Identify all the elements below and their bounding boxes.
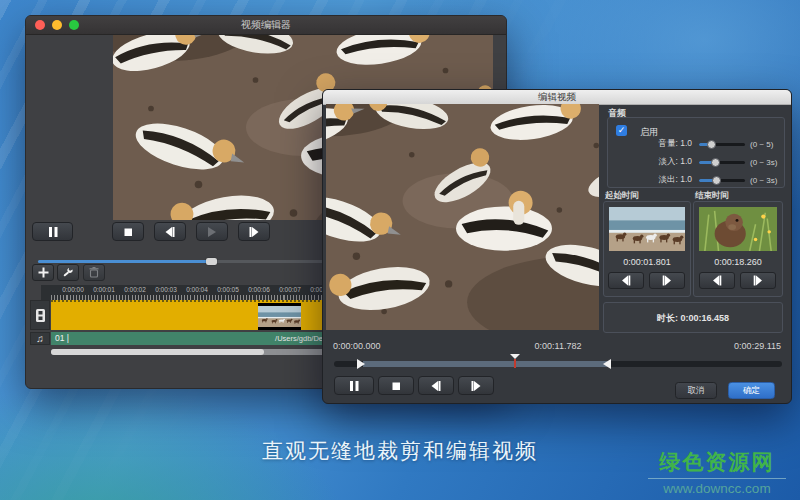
video-clip-thumbnail (258, 303, 301, 330)
volume-slider-handle[interactable] (707, 140, 716, 149)
trash-icon (89, 267, 99, 278)
volume-range: (0 ~ 5) (750, 140, 773, 149)
trim-range-bar[interactable] (334, 361, 782, 367)
wrench-icon (62, 267, 74, 279)
plus-icon (38, 267, 49, 278)
ruler-label: 0:00:04 (186, 286, 208, 293)
enable-audio-checkbox[interactable]: ✓ (616, 125, 627, 136)
trim-end-handle[interactable] (603, 359, 611, 369)
fade-out-label: 淡出: 1.0 (626, 174, 692, 186)
gannets-video-frame-zoomed (326, 104, 599, 330)
ruler-label: 0:00:06 (248, 286, 270, 293)
filmstrip-icon (36, 309, 45, 322)
back-window-title: 视频编辑器 (26, 18, 506, 32)
pause-icon (46, 226, 60, 238)
add-clip-button[interactable] (32, 264, 54, 281)
watermark-site-name: 绿色资源网 (642, 448, 792, 476)
ruler-label: 0:00:03 (155, 286, 177, 293)
step-back-button[interactable] (154, 222, 186, 241)
dialog-pause-button[interactable] (334, 376, 374, 395)
duration-value: 时长: 0:00:16.458 (604, 312, 782, 325)
volume-slider[interactable] (699, 143, 745, 146)
horses-thumbnail (258, 306, 301, 327)
timeline-end-time: 0:00:29.115 (734, 341, 781, 351)
audio-clip-path: /Users/gdb/De (241, 334, 323, 343)
video-track-header (30, 300, 50, 330)
step-back-icon (620, 275, 632, 286)
volume-row: 音量: 1.0 (0 ~ 5) (626, 137, 778, 151)
audio-settings-box: ✓ 启用 音量: 1.0 (0 ~ 5) 淡入: 1.0 (0 ~ 3s) (607, 117, 785, 188)
duration-box: 时长: 0:00:16.458 (603, 302, 783, 333)
delete-clip-button[interactable] (83, 264, 105, 281)
watermark-divider (648, 478, 786, 479)
cancel-button[interactable]: 取消 (675, 382, 717, 399)
step-back-icon (429, 380, 443, 392)
end-frame-thumbnail (699, 207, 777, 251)
horses-start-frame (609, 207, 685, 251)
dialog-stop-button[interactable] (378, 376, 414, 395)
music-note-icon: ♫ (36, 333, 44, 344)
step-back-icon (163, 226, 177, 238)
timeline-start-time: 0:00:00.000 (333, 341, 381, 351)
seek-handle[interactable] (206, 258, 217, 265)
ok-button[interactable]: 确定 (728, 382, 775, 399)
check-icon: ✓ (618, 125, 626, 135)
step-forward-icon (247, 226, 261, 238)
fade-out-slider[interactable] (699, 179, 745, 182)
step-forward-icon (752, 275, 764, 286)
desktop-background: 视频编辑器 (0, 0, 800, 500)
trim-start-handle[interactable] (357, 359, 365, 369)
ruler-label: 0:00:02 (124, 286, 146, 293)
step-back-icon (711, 275, 723, 286)
fade-in-range: (0 ~ 3s) (750, 158, 777, 167)
ruler-label: 0:00:00 (62, 286, 84, 293)
pause-icon (347, 380, 361, 392)
start-time-value: 0:00:01.801 (604, 257, 690, 267)
audio-track-header: ♫ (30, 332, 50, 345)
tools-button[interactable] (57, 264, 79, 281)
fade-out-slider-handle[interactable] (712, 176, 721, 185)
step-forward-button[interactable] (238, 222, 270, 241)
seek-progress (38, 260, 208, 263)
audio-clip-label: 01 | (55, 333, 69, 343)
start-frame-thumbnail (609, 207, 685, 251)
play-button-disabled[interactable] (196, 222, 228, 241)
start-step-back-button[interactable] (608, 272, 644, 289)
step-forward-icon (661, 275, 673, 286)
stop-icon (390, 380, 402, 392)
end-step-back-button[interactable] (699, 272, 735, 289)
fade-in-label: 淡入: 1.0 (626, 156, 692, 168)
pause-button[interactable] (32, 222, 73, 241)
marmot-end-frame (699, 207, 777, 251)
fade-out-row: 淡出: 1.0 (0 ~ 3s) (626, 173, 778, 187)
watermark: 绿色资源网 www.downcc.com (642, 448, 792, 496)
timeline-current-time: 0:00:11.782 (535, 341, 582, 351)
fade-in-slider[interactable] (699, 161, 745, 164)
trim-selected-range[interactable] (363, 361, 611, 367)
dialog-step-back-button[interactable] (418, 376, 454, 395)
edit-video-dialog: 编辑视频 音频 ✓ 启用 音量: 1.0 (0 ~ 5) 淡入: 1.0 (322, 89, 792, 404)
start-step-forward-button[interactable] (649, 272, 685, 289)
fade-out-range: (0 ~ 3s) (750, 176, 777, 185)
step-forward-icon (469, 380, 483, 392)
play-icon (205, 226, 219, 238)
stop-icon (122, 226, 134, 238)
dialog-step-forward-button[interactable] (458, 376, 494, 395)
end-time-box: 0:00:18.260 (693, 201, 783, 297)
back-window-titlebar[interactable]: 视频编辑器 (26, 16, 506, 35)
playhead-line (514, 359, 516, 368)
dialog-titlebar[interactable]: 编辑视频 (323, 90, 791, 105)
ruler-label: 0:00:01 (93, 286, 115, 293)
volume-label: 音量: 1.0 (626, 138, 692, 150)
ruler-label: 0:00:07 (279, 286, 301, 293)
end-time-value: 0:00:18.260 (694, 257, 782, 267)
stop-button[interactable] (112, 222, 144, 241)
watermark-url: www.downcc.com (642, 481, 792, 496)
fade-in-row: 淡入: 1.0 (0 ~ 3s) (626, 155, 778, 169)
end-step-forward-button[interactable] (740, 272, 776, 289)
fade-in-slider-handle[interactable] (711, 158, 720, 167)
timeline-scrollbar-thumb[interactable] (51, 349, 264, 355)
ruler-label: 0:00:05 (217, 286, 239, 293)
dialog-video-preview (326, 104, 599, 330)
dialog-title: 编辑视频 (538, 91, 576, 104)
